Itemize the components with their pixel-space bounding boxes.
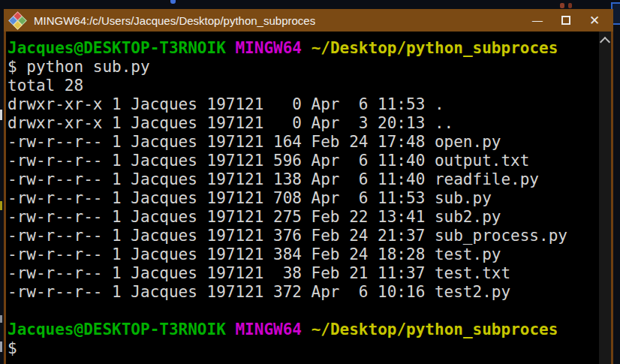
scroll-up-arrow[interactable] (599, 35, 611, 47)
terminal-text-segment: $ (8, 339, 17, 357)
terminal-text-segment (226, 320, 236, 338)
terminal-text-segment: drwxr-xr-x 1 Jacques 197121 0 Apr 6 11:5… (8, 95, 444, 113)
background-artifact (170, 0, 176, 4)
maximize-button[interactable] (552, 9, 580, 32)
desktop-background: MINGW64:/c/Users/Jacques/Desktop/python_… (0, 0, 620, 364)
minimize-button[interactable]: — (523, 9, 552, 32)
terminal-line: -rw-r--r-- 1 Jacques 197121 138 Apr 6 11… (8, 170, 599, 189)
terminal-line: -rw-r--r-- 1 Jacques 197121 596 Apr 6 11… (8, 152, 599, 170)
terminal-text-segment: $ python sub.py (8, 58, 150, 76)
terminal-line: $ (8, 339, 599, 358)
window-title: MINGW64:/c/Users/Jacques/Desktop/python_… (34, 14, 315, 27)
maximize-icon (561, 16, 570, 25)
terminal-text-segment: ~/Desktop/python_subproces (312, 320, 558, 338)
terminal-client-area: Jacques@DESKTOP-T3RNOIK MINGW64 ~/Deskto… (4, 32, 613, 364)
terminal-text-segment: ~/Desktop/python_subproces (312, 39, 558, 57)
background-artifact (0, 110, 2, 120)
close-icon: ✕ (589, 13, 600, 29)
terminal-line: total 28 (8, 77, 599, 95)
terminal-line: -rw-r--r-- 1 Jacques 197121 372 Apr 6 10… (8, 283, 599, 302)
background-artifact (560, 3, 564, 8)
terminal-text-segment: -rw-r--r-- 1 Jacques 197121 275 Feb 22 1… (8, 208, 501, 226)
chevron-up-icon (600, 37, 610, 47)
terminal-line: -rw-r--r-- 1 Jacques 197121 164 Feb 24 1… (8, 133, 599, 152)
terminal-line: -rw-r--r-- 1 Jacques 197121 275 Feb 22 1… (8, 208, 599, 227)
background-artifact (0, 315, 2, 323)
terminal-text-segment: -rw-r--r-- 1 Jacques 197121 372 Apr 6 10… (8, 283, 510, 301)
terminal-line: -rw-r--r-- 1 Jacques 197121 38 Feb 21 11… (8, 264, 599, 283)
terminal-text-segment (302, 320, 312, 338)
terminal-text-segment: -rw-r--r-- 1 Jacques 197121 596 Apr 6 11… (8, 152, 529, 170)
background-artifact (568, 3, 572, 8)
terminal-text-segment: -rw-r--r-- 1 Jacques 197121 708 Apr 6 11… (8, 189, 492, 207)
terminal-line: drwxr-xr-x 1 Jacques 197121 0 Apr 3 20:1… (8, 114, 599, 133)
terminal-line: Jacques@DESKTOP-T3RNOIK MINGW64 ~/Deskto… (8, 39, 599, 58)
terminal-line: -rw-r--r-- 1 Jacques 197121 708 Apr 6 11… (8, 189, 599, 208)
terminal-text-segment: -rw-r--r-- 1 Jacques 197121 164 Feb 24 1… (8, 133, 501, 151)
close-button[interactable]: ✕ (580, 9, 609, 32)
terminal-text-segment: Jacques@DESKTOP-T3RNOIK (8, 39, 226, 57)
terminal-text-segment: -rw-r--r-- 1 Jacques 197121 38 Feb 21 11… (8, 264, 510, 282)
title-bar[interactable]: MINGW64:/c/Users/Jacques/Desktop/python_… (4, 9, 613, 32)
background-artifact (0, 341, 2, 352)
msys2-diamond-icon (10, 12, 26, 29)
terminal-text-segment: MINGW64 (235, 39, 302, 57)
window-controls: — ✕ (523, 9, 609, 32)
terminal-text-segment: -rw-r--r-- 1 Jacques 197121 384 Feb 24 1… (8, 245, 501, 263)
terminal-text-segment: total 28 (8, 77, 83, 95)
terminal-text-segment: -rw-r--r-- 1 Jacques 197121 376 Feb 24 2… (8, 227, 567, 245)
terminal-text-segment: -rw-r--r-- 1 Jacques 197121 138 Apr 6 11… (8, 170, 539, 188)
scrollbar[interactable] (599, 32, 611, 364)
terminal-line (8, 302, 599, 320)
terminal-output[interactable]: Jacques@DESKTOP-T3RNOIK MINGW64 ~/Deskto… (6, 32, 599, 364)
terminal-window: MINGW64:/c/Users/Jacques/Desktop/python_… (4, 9, 613, 364)
background-artifact (0, 201, 2, 210)
terminal-line: Jacques@DESKTOP-T3RNOIK MINGW64 ~/Deskto… (8, 320, 599, 339)
terminal-text-segment (302, 39, 312, 57)
terminal-text-segment: Jacques@DESKTOP-T3RNOIK (8, 320, 226, 338)
terminal-text-segment: drwxr-xr-x 1 Jacques 197121 0 Apr 3 20:1… (8, 114, 453, 132)
minimize-icon: — (532, 14, 543, 26)
terminal-text-segment (226, 39, 236, 57)
terminal-line: -rw-r--r-- 1 Jacques 197121 384 Feb 24 1… (8, 245, 599, 264)
terminal-line: -rw-r--r-- 1 Jacques 197121 376 Feb 24 2… (8, 227, 599, 245)
terminal-line: drwxr-xr-x 1 Jacques 197121 0 Apr 6 11:5… (8, 95, 599, 114)
terminal-text-segment: MINGW64 (235, 320, 302, 338)
terminal-line: $ python sub.py (8, 58, 599, 77)
